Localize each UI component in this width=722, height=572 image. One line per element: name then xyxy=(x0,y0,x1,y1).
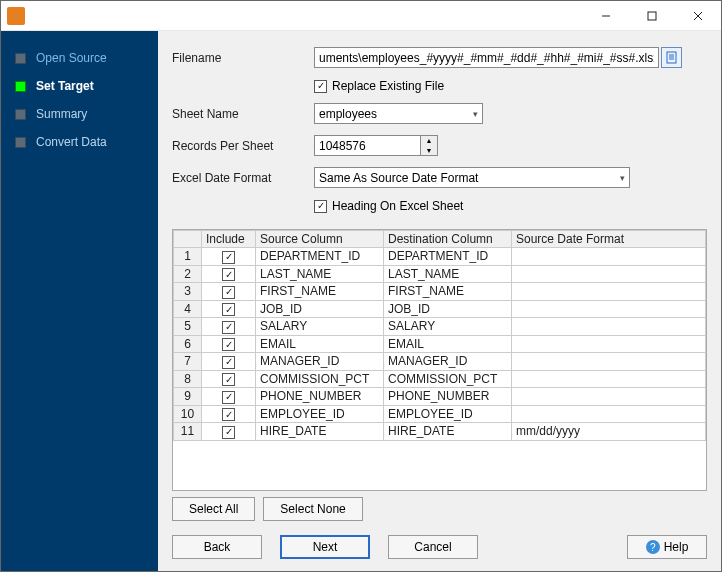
column-header[interactable]: Source Column xyxy=(256,231,384,248)
source-date-format-cell[interactable] xyxy=(512,248,706,266)
include-checkbox[interactable]: ✓ xyxy=(222,251,235,264)
destination-column-cell[interactable]: EMAIL xyxy=(384,335,512,353)
source-column-cell[interactable]: DEPARTMENT_ID xyxy=(256,248,384,266)
cancel-button[interactable]: Cancel xyxy=(388,535,478,559)
spin-up-icon[interactable]: ▲ xyxy=(421,136,437,146)
include-checkbox[interactable]: ✓ xyxy=(222,338,235,351)
columns-table[interactable]: IncludeSource ColumnDestination ColumnSo… xyxy=(173,230,706,441)
source-date-format-cell[interactable] xyxy=(512,370,706,388)
source-date-format-cell[interactable] xyxy=(512,388,706,406)
include-checkbox[interactable]: ✓ xyxy=(222,321,235,334)
include-checkbox[interactable]: ✓ xyxy=(222,391,235,404)
include-checkbox[interactable]: ✓ xyxy=(222,268,235,281)
destination-column-cell[interactable]: PHONE_NUMBER xyxy=(384,388,512,406)
source-column-cell[interactable]: COMMISSION_PCT xyxy=(256,370,384,388)
include-checkbox[interactable]: ✓ xyxy=(222,356,235,369)
select-none-button[interactable]: Select None xyxy=(263,497,362,521)
destination-column-cell[interactable]: DEPARTMENT_ID xyxy=(384,248,512,266)
source-column-cell[interactable]: SALARY xyxy=(256,318,384,336)
records-spinner[interactable]: ▲▼ xyxy=(421,135,438,156)
table-row[interactable]: 11✓HIRE_DATEHIRE_DATEmm/dd/yyyy xyxy=(174,423,706,441)
destination-column-cell[interactable]: SALARY xyxy=(384,318,512,336)
include-cell[interactable]: ✓ xyxy=(202,370,256,388)
table-row[interactable]: 3✓FIRST_NAMEFIRST_NAME xyxy=(174,283,706,301)
include-checkbox[interactable]: ✓ xyxy=(222,426,235,439)
source-date-format-cell[interactable] xyxy=(512,353,706,371)
destination-column-cell[interactable]: MANAGER_ID xyxy=(384,353,512,371)
source-column-cell[interactable]: HIRE_DATE xyxy=(256,423,384,441)
include-cell[interactable]: ✓ xyxy=(202,423,256,441)
spin-down-icon[interactable]: ▼ xyxy=(421,146,437,156)
table-row[interactable]: 5✓SALARYSALARY xyxy=(174,318,706,336)
include-cell[interactable]: ✓ xyxy=(202,353,256,371)
include-cell[interactable]: ✓ xyxy=(202,335,256,353)
table-row[interactable]: 7✓MANAGER_IDMANAGER_ID xyxy=(174,353,706,371)
destination-column-cell[interactable]: EMPLOYEE_ID xyxy=(384,405,512,423)
date-format-select[interactable]: Same As Source Date Format ▾ xyxy=(314,167,630,188)
source-column-cell[interactable]: EMPLOYEE_ID xyxy=(256,405,384,423)
help-button[interactable]: ?Help xyxy=(627,535,707,559)
back-button[interactable]: Back xyxy=(172,535,262,559)
source-column-cell[interactable]: MANAGER_ID xyxy=(256,353,384,371)
source-date-format-cell[interactable] xyxy=(512,300,706,318)
include-cell[interactable]: ✓ xyxy=(202,405,256,423)
filename-input[interactable] xyxy=(314,47,659,68)
heading-checkbox[interactable]: ✓ xyxy=(314,200,327,213)
source-date-format-cell[interactable] xyxy=(512,335,706,353)
sidebar-item-set-target[interactable]: Set Target xyxy=(15,75,158,97)
table-row[interactable]: 9✓PHONE_NUMBERPHONE_NUMBER xyxy=(174,388,706,406)
column-header[interactable]: Source Date Format xyxy=(512,231,706,248)
minimize-button[interactable] xyxy=(583,1,629,31)
column-header[interactable]: Destination Column xyxy=(384,231,512,248)
include-cell[interactable]: ✓ xyxy=(202,283,256,301)
include-cell[interactable]: ✓ xyxy=(202,248,256,266)
include-checkbox[interactable]: ✓ xyxy=(222,286,235,299)
source-column-cell[interactable]: EMAIL xyxy=(256,335,384,353)
source-date-format-cell[interactable] xyxy=(512,318,706,336)
column-header[interactable]: Include xyxy=(202,231,256,248)
table-row[interactable]: 4✓JOB_IDJOB_ID xyxy=(174,300,706,318)
heading-label: Heading On Excel Sheet xyxy=(332,199,463,213)
source-column-cell[interactable]: LAST_NAME xyxy=(256,265,384,283)
source-column-cell[interactable]: FIRST_NAME xyxy=(256,283,384,301)
table-row[interactable]: 2✓LAST_NAMELAST_NAME xyxy=(174,265,706,283)
select-all-button[interactable]: Select All xyxy=(172,497,255,521)
sidebar-item-convert-data[interactable]: Convert Data xyxy=(15,131,158,153)
table-row[interactable]: 1✓DEPARTMENT_IDDEPARTMENT_ID xyxy=(174,248,706,266)
replace-existing-checkbox[interactable]: ✓ xyxy=(314,80,327,93)
include-checkbox[interactable]: ✓ xyxy=(222,373,235,386)
maximize-button[interactable] xyxy=(629,1,675,31)
include-cell[interactable]: ✓ xyxy=(202,388,256,406)
sidebar-item-open-source[interactable]: Open Source xyxy=(15,47,158,69)
source-column-cell[interactable]: JOB_ID xyxy=(256,300,384,318)
sidebar-item-label: Set Target xyxy=(36,79,94,93)
include-cell[interactable]: ✓ xyxy=(202,265,256,283)
destination-column-cell[interactable]: JOB_ID xyxy=(384,300,512,318)
include-cell[interactable]: ✓ xyxy=(202,300,256,318)
sheet-name-combo[interactable]: employees ▾ xyxy=(314,103,483,124)
source-date-format-cell[interactable]: mm/dd/yyyy xyxy=(512,423,706,441)
include-cell[interactable]: ✓ xyxy=(202,318,256,336)
include-checkbox[interactable]: ✓ xyxy=(222,303,235,316)
date-format-label: Excel Date Format xyxy=(172,171,314,185)
help-icon: ? xyxy=(646,540,660,554)
include-checkbox[interactable]: ✓ xyxy=(222,408,235,421)
source-column-cell[interactable]: PHONE_NUMBER xyxy=(256,388,384,406)
close-button[interactable] xyxy=(675,1,721,31)
source-date-format-cell[interactable] xyxy=(512,265,706,283)
table-row[interactable]: 6✓EMAILEMAIL xyxy=(174,335,706,353)
destination-column-cell[interactable]: HIRE_DATE xyxy=(384,423,512,441)
table-row[interactable]: 8✓COMMISSION_PCTCOMMISSION_PCT xyxy=(174,370,706,388)
browse-button[interactable] xyxy=(661,47,682,68)
table-row[interactable]: 10✓EMPLOYEE_IDEMPLOYEE_ID xyxy=(174,405,706,423)
records-per-sheet-input[interactable] xyxy=(314,135,421,156)
destination-column-cell[interactable]: LAST_NAME xyxy=(384,265,512,283)
source-date-format-cell[interactable] xyxy=(512,405,706,423)
next-button[interactable]: Next xyxy=(280,535,370,559)
sidebar-item-summary[interactable]: Summary xyxy=(15,103,158,125)
source-date-format-cell[interactable] xyxy=(512,283,706,301)
row-number: 6 xyxy=(174,335,202,353)
column-header[interactable] xyxy=(174,231,202,248)
destination-column-cell[interactable]: COMMISSION_PCT xyxy=(384,370,512,388)
destination-column-cell[interactable]: FIRST_NAME xyxy=(384,283,512,301)
